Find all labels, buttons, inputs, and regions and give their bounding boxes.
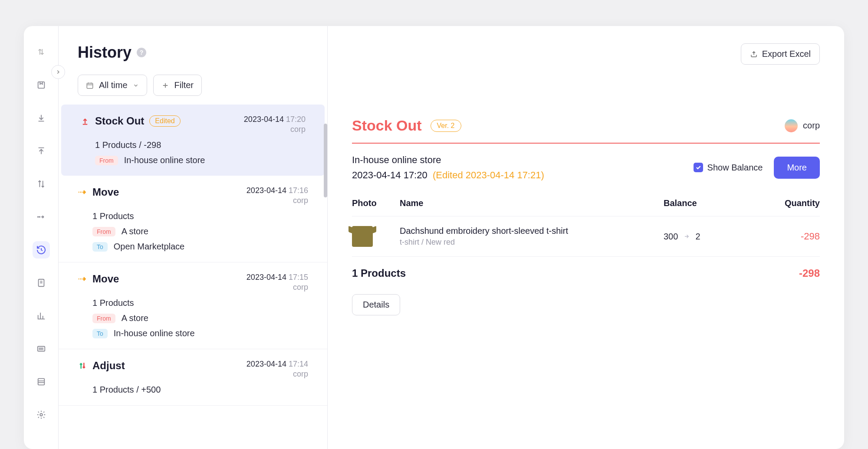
detail-meta: In-house online store 2023-04-14 17:20 (… bbox=[352, 152, 820, 183]
date-range-dropdown[interactable]: All time bbox=[78, 75, 147, 96]
adjust-icon bbox=[78, 361, 87, 370]
from-badge: From bbox=[92, 227, 115, 236]
to-location: Open Marketplace bbox=[114, 242, 184, 252]
product-name-cell: Dachshund embroidery short-sleeved t-shi… bbox=[400, 226, 664, 247]
item-summary: 1 Products bbox=[92, 211, 308, 221]
avatar bbox=[785, 119, 798, 132]
sidebar: ⇅ bbox=[24, 26, 59, 449]
history-item[interactable]: Stock Out Edited 2023-04-14 17:20 corp 1… bbox=[61, 105, 325, 176]
detail-pane: Export Excel Stock Out Ver. 2 corp In-ho… bbox=[328, 26, 844, 449]
detail-title: Stock Out bbox=[352, 117, 422, 134]
from-location: A store bbox=[122, 313, 148, 323]
chart-icon[interactable] bbox=[33, 307, 50, 324]
quantity-cell: -298 bbox=[750, 231, 820, 242]
history-item[interactable]: Adjust 2023-04-14 17:14 corp 1 Products … bbox=[59, 349, 327, 406]
item-user: corp bbox=[247, 370, 308, 379]
page-title-text: History bbox=[78, 43, 132, 62]
item-type: Stock Out bbox=[95, 115, 144, 127]
details-button[interactable]: Details bbox=[352, 294, 400, 315]
footer-quantity: -298 bbox=[799, 267, 820, 279]
product-sub: t-shirt / New red bbox=[400, 238, 664, 247]
list-icon[interactable] bbox=[33, 373, 50, 390]
detail-location: In-house online store bbox=[352, 152, 544, 167]
filter-button[interactable]: Filter bbox=[153, 75, 202, 96]
item-to-row: To Open Marketplace bbox=[92, 242, 308, 252]
from-location: A store bbox=[122, 226, 148, 236]
filter-label: Filter bbox=[174, 80, 194, 90]
table-header: Photo Name Balance Quantity bbox=[352, 198, 820, 216]
item-timestamp: 2023-04-14 17:15 bbox=[247, 273, 308, 282]
upload-icon[interactable] bbox=[33, 142, 50, 160]
stock-out-icon bbox=[80, 117, 90, 125]
history-pane: History ? All time Filter bbox=[59, 26, 328, 449]
item-type: Move bbox=[92, 186, 119, 198]
detail-edited-note: (Edited 2023-04-14 17:21) bbox=[433, 170, 544, 180]
svg-rect-5 bbox=[38, 379, 44, 385]
th-balance: Balance bbox=[664, 198, 750, 208]
settings-icon[interactable] bbox=[33, 406, 50, 423]
svg-rect-7 bbox=[87, 83, 93, 88]
detail-header: Stock Out Ver. 2 corp bbox=[352, 117, 820, 144]
svg-point-1 bbox=[37, 216, 38, 217]
history-item[interactable]: Move 2023-04-14 17:15 corp 1 Products Fr… bbox=[59, 262, 327, 349]
export-excel-button[interactable]: Export Excel bbox=[741, 43, 820, 65]
edited-badge: Edited bbox=[149, 115, 180, 127]
main-content: History ? All time Filter bbox=[59, 26, 844, 449]
arrow-right-icon bbox=[682, 233, 691, 239]
item-summary: 1 Products / -298 bbox=[95, 140, 306, 150]
product-photo bbox=[352, 226, 373, 247]
balance-to: 2 bbox=[695, 232, 700, 242]
item-from-row: From In-house online store bbox=[95, 155, 306, 165]
item-type: Adjust bbox=[92, 360, 125, 372]
th-quantity: Quantity bbox=[750, 198, 820, 208]
history-header: History ? All time Filter bbox=[59, 26, 327, 105]
swap-icon[interactable] bbox=[33, 175, 50, 193]
to-badge: To bbox=[92, 329, 108, 338]
product-photo-cell bbox=[352, 226, 400, 247]
history-icon[interactable] bbox=[33, 241, 50, 259]
svg-point-2 bbox=[39, 216, 40, 217]
product-name: Dachshund embroidery short-sleeved t-shi… bbox=[400, 226, 664, 236]
product-table: Photo Name Balance Quantity Dachshund em… bbox=[352, 198, 820, 290]
detail-user: corp bbox=[785, 119, 820, 132]
item-timestamp: 2023-04-14 17:14 bbox=[247, 360, 308, 369]
item-timestamp: 2023-04-14 17:20 bbox=[244, 115, 306, 124]
item-user: corp bbox=[247, 283, 308, 292]
download-icon[interactable] bbox=[33, 109, 50, 127]
sort-toggle-icon[interactable]: ⇅ bbox=[33, 43, 50, 61]
arrow-dotted-icon[interactable] bbox=[33, 208, 50, 226]
svg-point-6 bbox=[40, 413, 43, 416]
history-list: Stock Out Edited 2023-04-14 17:20 corp 1… bbox=[59, 105, 327, 449]
sidebar-expand-button[interactable] bbox=[51, 65, 65, 79]
from-badge: From bbox=[95, 156, 118, 165]
document-icon[interactable] bbox=[33, 274, 50, 292]
detail-timestamp-row: 2023-04-14 17:20 (Edited 2023-04-14 17:2… bbox=[352, 167, 544, 183]
version-badge: Ver. 2 bbox=[431, 120, 461, 132]
footer-total: 1 Products bbox=[352, 267, 406, 279]
show-balance-checkbox[interactable]: Show Balance bbox=[694, 163, 763, 173]
svg-point-10 bbox=[78, 278, 80, 280]
balance-from: 300 bbox=[664, 232, 678, 242]
svg-point-9 bbox=[80, 191, 82, 193]
more-button[interactable]: More bbox=[774, 157, 820, 179]
plus-icon bbox=[161, 82, 169, 89]
table-row: Dachshund embroidery short-sleeved t-shi… bbox=[352, 216, 820, 257]
balance-cell: 300 2 bbox=[664, 232, 750, 242]
barcode-icon[interactable] bbox=[33, 340, 50, 357]
svg-rect-0 bbox=[38, 82, 44, 88]
app-window: ⇅ bbox=[24, 26, 844, 449]
svg-point-8 bbox=[78, 191, 80, 193]
history-item[interactable]: Move 2023-04-14 17:16 corp 1 Products Fr… bbox=[59, 176, 327, 262]
help-icon[interactable]: ? bbox=[137, 48, 146, 57]
page-title: History ? bbox=[78, 43, 146, 62]
item-timestamp: 2023-04-14 17:16 bbox=[247, 186, 308, 195]
item-summary: 1 Products / +500 bbox=[92, 385, 308, 395]
item-type: Move bbox=[92, 273, 119, 285]
from-badge: From bbox=[92, 314, 115, 323]
date-range-label: All time bbox=[99, 80, 128, 90]
svg-point-11 bbox=[80, 278, 82, 280]
nav-item-1[interactable] bbox=[33, 76, 50, 94]
scrollbar[interactable] bbox=[324, 124, 327, 197]
detail-user-name: corp bbox=[803, 121, 820, 131]
chevron-down-icon bbox=[133, 82, 139, 88]
